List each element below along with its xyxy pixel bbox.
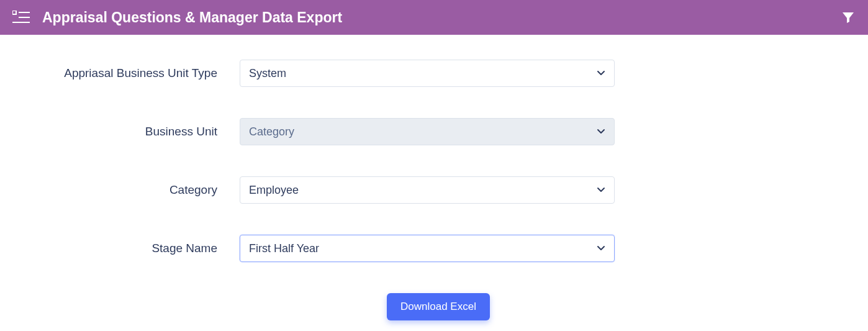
page-title: Appraisal Questions & Manager Data Expor… xyxy=(42,9,342,26)
select-business-unit[interactable]: Category xyxy=(240,118,615,145)
chevron-down-icon xyxy=(597,185,605,196)
select-business-unit-type[interactable]: System xyxy=(240,60,615,87)
chevron-down-icon xyxy=(597,243,605,254)
label-category: Category xyxy=(16,183,240,197)
form-row-category: Category Employee xyxy=(16,176,852,204)
chevron-down-icon xyxy=(597,127,605,137)
select-value: Category xyxy=(249,125,294,138)
form-row-stage-name: Stage Name First Half Year xyxy=(16,235,852,262)
select-category[interactable]: Employee xyxy=(240,176,615,204)
form-content: Appriasal Business Unit Type System Busi… xyxy=(4,35,864,331)
select-stage-name[interactable]: First Half Year xyxy=(240,235,615,262)
button-wrap: Download Excel xyxy=(251,293,626,320)
list-menu-icon[interactable] xyxy=(12,11,30,24)
filter-icon[interactable] xyxy=(841,10,856,25)
svg-rect-0 xyxy=(12,11,16,14)
label-business-unit: Business Unit xyxy=(16,125,240,138)
select-value: First Half Year xyxy=(249,242,319,255)
form-row-business-unit: Business Unit Category xyxy=(16,118,852,145)
header-left: Appraisal Questions & Manager Data Expor… xyxy=(12,9,342,26)
page-header: Appraisal Questions & Manager Data Expor… xyxy=(0,0,868,35)
label-stage-name: Stage Name xyxy=(16,242,240,255)
select-value: System xyxy=(249,67,286,80)
download-excel-button[interactable]: Download Excel xyxy=(387,293,490,320)
action-row: Download Excel xyxy=(240,293,861,320)
select-value: Employee xyxy=(249,184,299,197)
chevron-down-icon xyxy=(597,68,605,79)
label-business-unit-type: Appriasal Business Unit Type xyxy=(16,66,240,80)
form-row-business-unit-type: Appriasal Business Unit Type System xyxy=(16,60,852,87)
